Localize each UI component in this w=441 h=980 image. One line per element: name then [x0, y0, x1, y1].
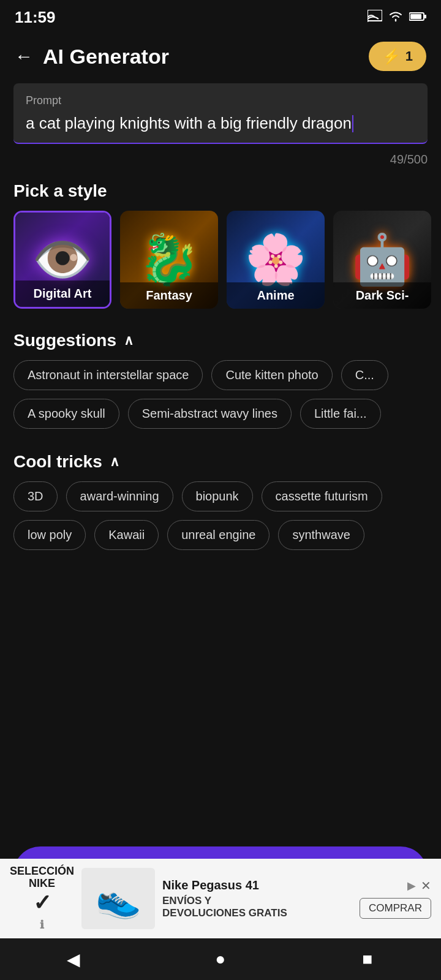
ad-banner: SELECCIÓN NIKE ✓ ℹ 👟 Nike Pegasus 41 ENV…: [0, 859, 441, 938]
wifi-icon: [388, 10, 403, 25]
nike-swoosh-icon: ✓: [33, 890, 51, 916]
cool-tricks-chevron-icon[interactable]: ∧: [110, 454, 119, 470]
style-card-label-fantasy: Fantasy: [120, 282, 218, 309]
ad-close-button[interactable]: ✕: [421, 878, 431, 893]
cast-icon: [368, 10, 382, 25]
prompt-container[interactable]: Prompt a cat playing knights with a big …: [13, 83, 428, 144]
prompt-input[interactable]: a cat playing knights with a big friendl…: [26, 112, 415, 134]
prompt-label: Prompt: [26, 94, 415, 107]
suggestion-chip-5[interactable]: Little fai...: [300, 399, 381, 429]
cool-trick-chip-5[interactable]: Kawaii: [94, 520, 159, 550]
nav-recents-button[interactable]: ■: [349, 941, 386, 978]
status-bar: 11:59: [0, 0, 441, 32]
cool-tricks-row-1: 3D award-winning biopunk cassette futuri…: [0, 481, 441, 520]
status-icons: [368, 10, 426, 25]
style-card-digital-art[interactable]: 👁️ Digital Art: [13, 211, 111, 309]
ad-brand-line1: SELECCIÓN: [10, 865, 74, 878]
svg-rect-4: [424, 15, 426, 18]
ad-sub-text: ENVÍOS YDEVOLUCIONES GRATIS: [162, 895, 352, 919]
nav-back-button[interactable]: ◀: [55, 941, 92, 978]
ad-buy-button[interactable]: COMPRAR: [360, 898, 431, 919]
suggestions-chevron-icon[interactable]: ∧: [124, 333, 134, 349]
cool-tricks-row-2: low poly Kawaii unreal engine synthwave: [0, 520, 441, 559]
header-left: ← AI Generator: [15, 45, 169, 69]
svg-point-1: [368, 20, 369, 22]
credit-badge[interactable]: ⚡ 1: [369, 42, 426, 71]
cool-trick-chip-4[interactable]: low poly: [13, 520, 86, 550]
credit-count: 1: [405, 48, 413, 64]
header: ← AI Generator ⚡ 1: [0, 32, 441, 83]
suggestion-chip-1[interactable]: Cute kitten photo: [211, 360, 332, 390]
text-cursor: [352, 115, 353, 132]
cool-trick-chip-7[interactable]: synthwave: [278, 520, 364, 550]
ad-shoe-icon: 👟: [96, 877, 141, 921]
suggestion-chip-3[interactable]: A spooky skull: [13, 399, 119, 429]
ad-product-image: 👟: [81, 868, 155, 929]
pick-style-header: Pick a style: [0, 167, 441, 211]
status-time: 11:59: [15, 8, 56, 27]
page-title: AI Generator: [43, 45, 169, 69]
svg-rect-3: [410, 14, 421, 19]
style-card-label-digital: Digital Art: [15, 281, 110, 307]
suggestions-row-2: A spooky skull Semi-abstract wavy lines …: [0, 399, 441, 437]
bottom-navigation: ◀ ● ■: [0, 938, 441, 980]
ad-brand: SELECCIÓN NIKE ✓ ℹ: [10, 865, 74, 932]
suggestion-chip-0[interactable]: Astronaut in interstellar space: [13, 360, 203, 390]
suggestions-label: Suggestions: [13, 331, 116, 350]
suggestions-header: Suggestions ∧: [0, 321, 441, 360]
style-card-dark-scifi[interactable]: 🤖 Dark Sci-: [333, 211, 431, 309]
ad-brand-line2: NIKE: [29, 878, 55, 890]
ad-text: Nike Pegasus 41 ENVÍOS YDEVOLUCIONES GRA…: [162, 878, 352, 919]
cool-tricks-label: Cool tricks: [13, 452, 102, 472]
cool-trick-chip-3[interactable]: cassette futurism: [262, 481, 382, 511]
ad-info-icon[interactable]: ℹ: [40, 918, 44, 932]
ad-actions: ▶ ✕ COMPRAR: [360, 878, 431, 919]
suggestions-row-1: Astronaut in interstellar space Cute kit…: [0, 360, 441, 399]
cool-trick-chip-0[interactable]: 3D: [13, 481, 58, 511]
style-card-label-darkscifi: Dark Sci-: [333, 282, 431, 309]
char-count: 49/500: [0, 149, 441, 167]
battery-icon: [409, 10, 426, 24]
style-card-anime[interactable]: 🌸 Anime: [227, 211, 325, 309]
ad-product-name: Nike Pegasus 41: [162, 878, 352, 892]
back-button[interactable]: ←: [15, 46, 33, 67]
cool-trick-chip-2[interactable]: biopunk: [182, 481, 253, 511]
style-card-fantasy[interactable]: 🐉 Fantasy: [120, 211, 218, 309]
cool-tricks-header: Cool tricks ∧: [0, 437, 441, 481]
nav-home-button[interactable]: ●: [202, 941, 239, 978]
ad-flag-icon: ▶: [407, 879, 416, 892]
style-scroll: 👁️ Digital Art 🐉 Fantasy 🌸 Anime 🤖 Dark …: [0, 211, 441, 321]
cool-trick-chip-1[interactable]: award-winning: [66, 481, 173, 511]
cool-trick-chip-6[interactable]: unreal engine: [167, 520, 270, 550]
suggestion-chip-2[interactable]: C...: [341, 360, 388, 390]
bolt-icon: ⚡: [382, 48, 401, 65]
style-card-label-anime: Anime: [227, 282, 325, 309]
suggestion-chip-4[interactable]: Semi-abstract wavy lines: [128, 399, 292, 429]
